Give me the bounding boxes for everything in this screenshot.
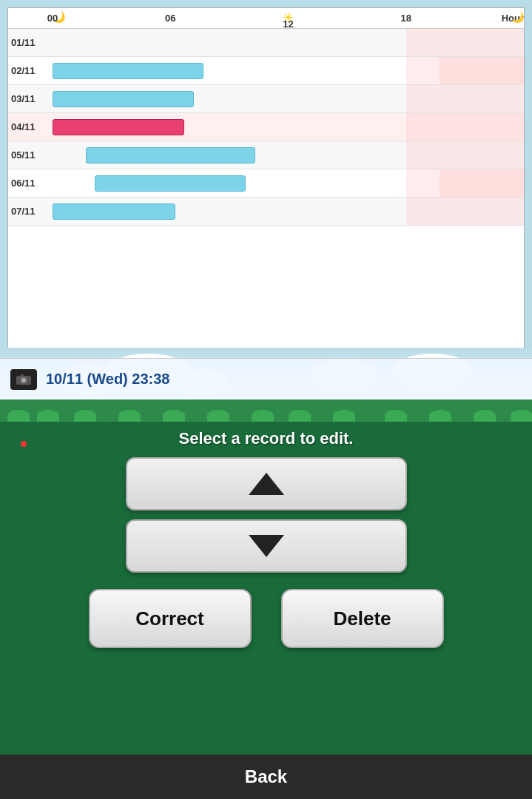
grass-bump (163, 410, 185, 422)
row-label-0311: 03/11 (8, 93, 53, 104)
camera-icon (10, 369, 37, 390)
grass-bump (385, 410, 407, 422)
status-bar: 10/11 (Wed) 23:38 (0, 358, 532, 400)
svg-rect-3 (21, 374, 24, 376)
table-row: 07/11 (8, 198, 524, 226)
sleep-bar (53, 63, 203, 79)
pink-overlay (406, 169, 524, 197)
table-row: 03/11 (8, 85, 524, 113)
table-row: 05/11 (8, 141, 524, 169)
grass-bump (74, 410, 96, 422)
correct-label: Correct (135, 607, 203, 630)
row-label-0711: 07/11 (8, 206, 53, 217)
grass-bump (289, 410, 311, 422)
grass-bump (118, 410, 141, 422)
hour-00: 00 (47, 13, 58, 24)
action-buttons: Correct Delete (89, 589, 444, 648)
pink-overlay (406, 141, 524, 169)
pink-overlay (406, 29, 524, 56)
row-bars-0411 (53, 113, 524, 141)
back-bar[interactable]: Back (0, 755, 532, 799)
pink-overlay (406, 113, 524, 141)
table-row: 02/11 (8, 57, 524, 85)
red-dot-indicator (21, 441, 27, 447)
grass-bump (7, 410, 30, 422)
grass-bump (333, 410, 355, 422)
status-datetime: 10/11 (Wed) 23:38 (46, 371, 170, 388)
correct-button[interactable]: Correct (89, 589, 252, 648)
row-label-0111: 01/11 (8, 37, 53, 48)
row-bars-0211 (53, 57, 524, 84)
sleep-bar (86, 147, 255, 163)
row-bars-0511 (53, 141, 524, 169)
sleep-bar (95, 175, 246, 192)
sleep-bar (53, 203, 175, 220)
moon-right-icon: 🌙 (511, 11, 524, 23)
arrow-down-icon (249, 535, 284, 557)
hour-12: 12 (283, 18, 293, 30)
row-bars-0711 (53, 198, 524, 225)
top-screen: 🌙 00 06 ✳ 12 18 Hour 🌙 01/11 (0, 0, 532, 400)
table-row: 01/11 (8, 29, 524, 57)
down-arrow-button[interactable] (126, 519, 407, 573)
row-bars-0311 (53, 85, 524, 112)
row-label-0511: 05/11 (8, 149, 53, 161)
delete-label: Delete (333, 607, 391, 630)
hour-18: 18 (401, 13, 411, 24)
row-label-0211: 02/11 (8, 65, 53, 76)
sleep-bar (53, 91, 194, 107)
grass-bump (252, 410, 274, 422)
select-record-title: Select a record to edit. (179, 429, 354, 448)
chart-area: 🌙 00 06 ✳ 12 18 Hour 🌙 01/11 (7, 7, 525, 355)
hour-labels: 🌙 00 06 ✳ 12 18 Hour 🌙 (53, 8, 524, 28)
svg-point-2 (22, 378, 26, 382)
grass-bump (37, 410, 59, 422)
pink-overlay (406, 198, 524, 225)
up-arrow-button[interactable] (126, 457, 407, 510)
pink-overlay (406, 57, 524, 84)
row-label-0611: 06/11 (8, 178, 53, 189)
arrow-up-icon (249, 473, 284, 495)
pink-overlay (406, 85, 524, 112)
chart-body: 01/11 02/11 03/11 (8, 29, 524, 226)
camera-svg (16, 374, 32, 385)
grass-strip (0, 400, 532, 422)
bottom-screen: Select a record to edit. Correct Delete … (0, 400, 532, 799)
delete-button[interactable]: Delete (281, 589, 444, 648)
grass-bump (429, 410, 451, 422)
sleep-bar-red (53, 119, 184, 135)
back-label: Back (245, 766, 287, 787)
grass-bump (511, 410, 532, 422)
table-row: 06/11 (8, 169, 524, 198)
chart-header: 🌙 00 06 ✳ 12 18 Hour 🌙 (8, 8, 524, 29)
table-row: 04/11 (8, 113, 524, 141)
grass-bump (474, 410, 496, 422)
hour-06: 06 (165, 13, 175, 24)
row-bars-0611 (53, 169, 524, 197)
row-label-0411: 04/11 (8, 121, 53, 132)
grass-bump (207, 410, 229, 422)
row-bars-0111 (53, 29, 524, 56)
